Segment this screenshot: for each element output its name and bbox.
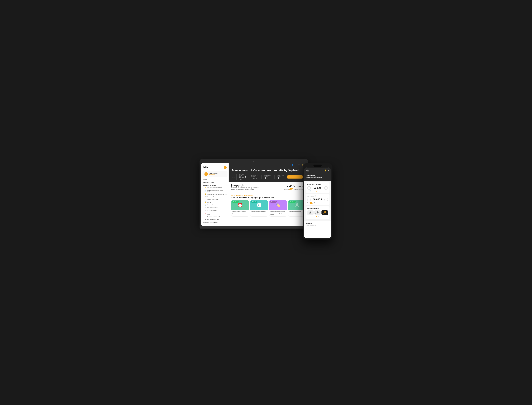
laptop: leïa by Sapiendo ‹ PM Philippe Martin Mo… bbox=[200, 159, 308, 229]
sidebar-item-justificatifs[interactable]: Je sécurise mes justificatifs bbox=[201, 221, 229, 224]
sidebar-logo-area: leïa by Sapiendo ‹ bbox=[201, 165, 229, 171]
sidebar-item-bilan-retraite[interactable]: 📄 Mon bilan retraite (avec relevé retrai… bbox=[201, 189, 229, 193]
synthese-title: Synthèse bbox=[306, 223, 329, 224]
evo-stable-button[interactable]: Stable bbox=[307, 210, 314, 215]
accessibility-item[interactable]: 👤 Accessibilité bbox=[291, 164, 300, 166]
revenu-next-button[interactable]: › bbox=[324, 198, 328, 201]
revenu-card-title: Revenu actuel › bbox=[307, 195, 328, 197]
content-area: Bonne nouvelle ! Depuis le début du prog… bbox=[229, 182, 306, 226]
cards-row: Simulateur ⏰ Calculer l'impact d'un temp… bbox=[231, 200, 303, 217]
card-badge-webinaire: Webinaire bbox=[251, 201, 257, 202]
cotisations-icon: ❓ bbox=[204, 213, 206, 214]
extrait-label: Extrait de votre cockpit bbox=[232, 176, 236, 179]
sidebar-collapse-button[interactable]: ‹ bbox=[224, 166, 227, 169]
mobile-header: leïa by Sapiendo 🔔 ☰ bbox=[304, 168, 331, 174]
depenses-icon: 💰 bbox=[204, 193, 206, 195]
card-text-simulateur-1: Calculer l'impact d'un temps partiel sur… bbox=[232, 211, 248, 214]
mobile-device: leïa by Sapiendo 🔔 ☰ Simulations,votre c… bbox=[303, 163, 332, 239]
moderee-bar-icon bbox=[317, 211, 318, 213]
synthese-sub: Mes revenus estimés bbox=[306, 225, 329, 226]
card-badge-simulateur: Simulateur bbox=[232, 201, 239, 202]
age-chevron-icon[interactable]: › bbox=[328, 184, 328, 185]
age-next-button[interactable]: › bbox=[324, 186, 328, 190]
mobile-hero-title: Simulations,votre cockpit retraite bbox=[306, 175, 329, 179]
epargne-stat: Mon épargne estimée - € bbox=[261, 175, 274, 179]
bonne-nouvelle-text: Bonne nouvelle ! Depuis le début du prog… bbox=[231, 184, 259, 190]
sidebar-item-depenses[interactable]: 💰 Calcul de mes dépenses à la retraite bbox=[201, 193, 229, 196]
programme-label: Votre programme personnalisé bbox=[231, 195, 303, 196]
mobile-notch bbox=[314, 165, 322, 167]
section-chevron-icon: ▲ bbox=[225, 184, 227, 186]
user-name: Philippe Martin bbox=[209, 173, 217, 174]
sidebar-logo-sub: by Sapiendo bbox=[203, 169, 209, 169]
card-webinaire[interactable]: Webinaire ▶ Définir et piloter votre épa… bbox=[250, 200, 268, 217]
completer-resultats-button[interactable]: Compléter mes résultats bbox=[287, 176, 303, 179]
sidebar-item-economie-impots[interactable]: € Économie d'impôts bbox=[201, 209, 229, 212]
sidebar-item-mariage[interactable]: 💍 Mariage, Pacs, Divorce bbox=[201, 198, 229, 201]
avatar: PM bbox=[204, 172, 208, 176]
age-prev-button[interactable]: ‹ bbox=[307, 186, 311, 190]
mobile-notch-bar bbox=[304, 165, 331, 167]
revenu-chevron-icon[interactable]: › bbox=[328, 195, 328, 197]
net-brut-toggle-switch[interactable] bbox=[309, 202, 313, 204]
card-emoji-clock: ⏰ bbox=[237, 202, 243, 208]
laptop-camera bbox=[253, 161, 254, 162]
sidebar-item-accueil[interactable]: Accueil bbox=[201, 178, 229, 181]
card-emoji-tag: 🏷️ bbox=[275, 202, 281, 208]
mobile-bell-icon[interactable]: 🔔 bbox=[324, 169, 327, 171]
user-chevron-icon: ▾ bbox=[225, 173, 226, 175]
card-text-webinaire: Définir et piloter votre épargne retrait… bbox=[251, 211, 267, 214]
economie-icon: € bbox=[204, 209, 206, 211]
bonne-nouvelle-section: Bonne nouvelle ! Depuis le début du prog… bbox=[231, 184, 303, 192]
age-value: 63 ans bbox=[314, 187, 321, 189]
card-badge-cashback: Cash back bbox=[270, 201, 277, 202]
mobile-hero: Simulations,votre cockpit retraite bbox=[304, 174, 331, 181]
sidebar-item-taux-plein[interactable]: 📅 Date de mon taux plein bbox=[201, 218, 229, 221]
mobile-menu-icon[interactable]: ☰ bbox=[328, 169, 329, 171]
besoins-stat: Mes besoins estimés - € bbox=[274, 175, 287, 179]
mobile-body: Age de départ souhaité › ‹ 63 ans › 🕐 âg… bbox=[304, 181, 331, 221]
header-section: Bienvenue sur Leïa, votre coach retraite… bbox=[229, 167, 306, 182]
pension-toggle[interactable] bbox=[289, 188, 293, 190]
laptop-foot bbox=[200, 228, 308, 229]
bonne-nouvelle-desc: Depuis le début du programme, vous avezg… bbox=[231, 186, 259, 190]
card-simulateur-1[interactable]: Simulateur ⏰ Calculer l'impact d'un temp… bbox=[231, 200, 249, 217]
forte-bar-icon bbox=[324, 211, 326, 213]
enfants-icon: 👶 bbox=[204, 201, 206, 203]
brute-nette-icon: ○ bbox=[204, 216, 206, 218]
card-image-simulateur-1: Simulateur ⏰ bbox=[231, 200, 249, 210]
play-icon: ▶ bbox=[257, 203, 261, 207]
revenu-prev-button[interactable]: ‹ bbox=[307, 198, 311, 201]
net-brut-toggle: Net Brut bbox=[307, 202, 328, 204]
bn-amount: + 492 euros/an bbox=[284, 184, 303, 188]
age-value: 64 ans 8 mois bbox=[239, 176, 247, 180]
card-cashback[interactable]: Cash back 🏷️ Faire des économies pour le… bbox=[269, 200, 287, 217]
mon-compte-link[interactable]: Mon compte bbox=[209, 174, 217, 175]
bonne-nouvelle-value: + 492 euros/an pension équivalent capita… bbox=[284, 184, 303, 190]
sidebar-nav: Accueil Mon cockpit retraite Je calcule … bbox=[201, 177, 229, 224]
revenue-row: ‹ 40 000 € › bbox=[307, 198, 328, 201]
sidebar: leïa by Sapiendo ‹ PM Philippe Martin Mo… bbox=[201, 163, 229, 226]
user-section[interactable]: PM Philippe Martin Mon compte ▾ bbox=[203, 171, 228, 177]
card-image-cashback: Cash back 🏷️ bbox=[269, 200, 287, 210]
sidebar-item-enfants[interactable]: 👶 Enfants bbox=[201, 201, 229, 203]
age-stat: Age du taux plein 64 ans 8 mois bbox=[236, 174, 249, 180]
mobile-logo-sub: by Sapiendo bbox=[306, 171, 310, 172]
sidebar-section-calcule: Je calcule ma retraite ▲ bbox=[201, 184, 229, 186]
evo-moderee-button[interactable]: Modérée bbox=[315, 210, 321, 215]
sidebar-item-calcul-rapide[interactable]: ⚡ Calcul rapide de ma retraite bbox=[201, 186, 229, 189]
mobile-logo: leïa bbox=[306, 169, 310, 171]
sidebar-section-choix: Je fais les bons choix ▲ bbox=[201, 196, 229, 198]
person-icon: 👤 bbox=[291, 164, 293, 166]
scene: leïa by Sapiendo ‹ PM Philippe Martin Mo… bbox=[200, 155, 332, 250]
temps-partiel-icon: 🕐 bbox=[204, 204, 206, 206]
sidebar-item-temps-partiel[interactable]: 🕐 Temps partiel bbox=[201, 203, 229, 206]
dot-1 bbox=[316, 216, 317, 217]
age-card-title: Age de départ souhaité › bbox=[307, 184, 328, 185]
pension-toggle-row: pension équivalent capital bbox=[284, 188, 303, 190]
evo-forte-button[interactable]: Forte bbox=[322, 210, 328, 215]
sidebar-item-brute-nette[interactable]: ○ Ma retraite brute en nette bbox=[201, 216, 229, 218]
sidebar-item-pension-reversion[interactable]: ↔ Pension de réversion bbox=[201, 206, 229, 209]
sidebar-item-cockpit[interactable]: Mon cockpit retraite bbox=[201, 181, 229, 184]
sidebar-item-cotisations[interactable]: ❓ Combien de cotisations ? Pour quels dr… bbox=[201, 212, 229, 216]
